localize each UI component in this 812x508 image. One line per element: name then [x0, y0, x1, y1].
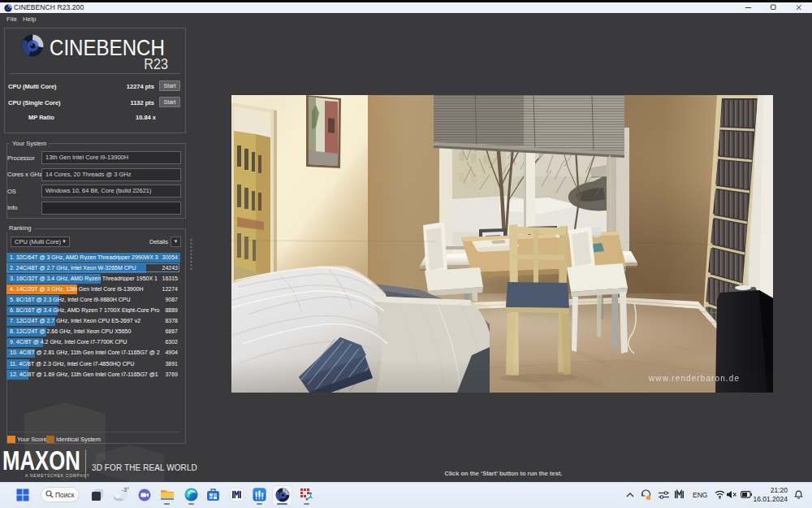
svg-text:-3°: -3° — [122, 487, 129, 493]
